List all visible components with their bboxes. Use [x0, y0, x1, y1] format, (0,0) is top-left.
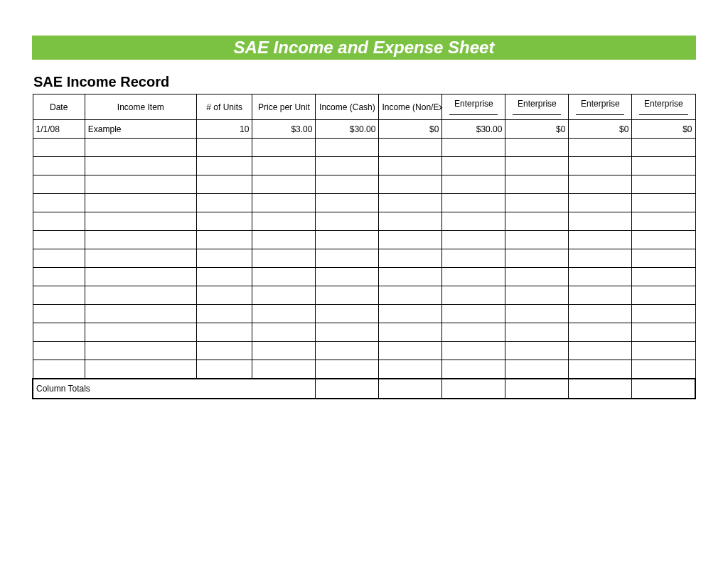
cell-units[interactable]	[196, 360, 252, 379]
cell-units[interactable]	[196, 194, 252, 212]
cell-enterprise3[interactable]	[569, 360, 632, 379]
cell-date[interactable]	[33, 194, 85, 212]
cell-income_item[interactable]	[85, 286, 196, 305]
cell-date[interactable]	[33, 231, 85, 249]
cell-enterprise3[interactable]	[569, 175, 632, 194]
cell-enterprise4[interactable]	[632, 360, 695, 379]
cell-income_item[interactable]	[85, 194, 196, 212]
cell-enterprise3[interactable]	[569, 342, 632, 360]
cell-income_cash[interactable]	[316, 139, 379, 157]
cell-enterprise4[interactable]	[632, 212, 695, 231]
cell-units[interactable]	[196, 139, 252, 157]
cell-price_per_unit[interactable]	[252, 323, 316, 342]
cell-price_per_unit[interactable]	[252, 360, 316, 379]
cell-income_nonexc[interactable]	[379, 342, 442, 360]
cell-enterprise4[interactable]	[632, 139, 695, 157]
cell-price_per_unit[interactable]	[252, 139, 316, 157]
cell-income_item[interactable]	[85, 323, 196, 342]
cell-income_nonexc[interactable]	[379, 268, 442, 286]
cell-enterprise1[interactable]	[442, 175, 505, 194]
cell-income_nonexc[interactable]	[379, 305, 442, 323]
cell-income_nonexc[interactable]	[379, 212, 442, 231]
cell-income_cash[interactable]	[316, 157, 379, 175]
cell-enterprise1[interactable]	[442, 231, 505, 249]
cell-enterprise1[interactable]	[442, 286, 505, 305]
cell-units[interactable]: 10	[196, 120, 252, 139]
cell-income_item[interactable]	[85, 360, 196, 379]
cell-price_per_unit[interactable]	[252, 305, 316, 323]
cell-price_per_unit[interactable]	[252, 249, 316, 268]
cell-income_nonexc[interactable]	[379, 157, 442, 175]
cell-date[interactable]	[33, 342, 85, 360]
cell-enterprise4[interactable]	[632, 286, 695, 305]
cell-date[interactable]	[33, 212, 85, 231]
cell-income_nonexc[interactable]	[379, 194, 442, 212]
cell-income_nonexc[interactable]	[379, 286, 442, 305]
cell-enterprise2[interactable]	[505, 231, 569, 249]
cell-income_cash[interactable]	[316, 212, 379, 231]
cell-enterprise1[interactable]	[442, 249, 505, 268]
cell-income_cash[interactable]	[316, 268, 379, 286]
cell-units[interactable]	[196, 305, 252, 323]
cell-enterprise4[interactable]	[632, 342, 695, 360]
cell-enterprise2[interactable]	[505, 139, 569, 157]
cell-date[interactable]	[33, 249, 85, 268]
cell-income_cash[interactable]	[316, 342, 379, 360]
cell-income_item[interactable]	[85, 139, 196, 157]
cell-enterprise1[interactable]	[442, 268, 505, 286]
cell-income_cash[interactable]	[316, 194, 379, 212]
cell-enterprise2[interactable]	[505, 286, 569, 305]
cell-enterprise1[interactable]: $30.00	[442, 120, 505, 139]
cell-units[interactable]	[196, 286, 252, 305]
cell-income_item[interactable]	[85, 268, 196, 286]
cell-income_cash[interactable]	[316, 360, 379, 379]
cell-enterprise2[interactable]	[505, 268, 569, 286]
cell-enterprise4[interactable]	[632, 175, 695, 194]
cell-enterprise3[interactable]	[569, 323, 632, 342]
cell-date[interactable]	[33, 360, 85, 379]
cell-enterprise2[interactable]	[505, 194, 569, 212]
cell-units[interactable]	[196, 323, 252, 342]
cell-income_item[interactable]	[85, 175, 196, 194]
cell-enterprise2[interactable]	[505, 360, 569, 379]
cell-units[interactable]	[196, 342, 252, 360]
cell-enterprise2[interactable]: $0	[505, 120, 569, 139]
cell-price_per_unit[interactable]	[252, 268, 316, 286]
cell-enterprise4[interactable]	[632, 305, 695, 323]
cell-enterprise2[interactable]	[505, 249, 569, 268]
cell-income_item[interactable]	[85, 157, 196, 175]
cell-date[interactable]	[33, 268, 85, 286]
cell-enterprise3[interactable]	[569, 231, 632, 249]
cell-date[interactable]	[33, 305, 85, 323]
cell-enterprise1[interactable]	[442, 342, 505, 360]
cell-date[interactable]: 1/1/08	[33, 120, 85, 139]
cell-price_per_unit[interactable]	[252, 157, 316, 175]
cell-income_nonexc[interactable]	[379, 249, 442, 268]
cell-units[interactable]	[196, 175, 252, 194]
cell-enterprise3[interactable]	[569, 139, 632, 157]
cell-date[interactable]	[33, 157, 85, 175]
cell-enterprise1[interactable]	[442, 360, 505, 379]
cell-enterprise4[interactable]	[632, 231, 695, 249]
cell-units[interactable]	[196, 212, 252, 231]
cell-price_per_unit[interactable]: $3.00	[252, 120, 316, 139]
cell-price_per_unit[interactable]	[252, 175, 316, 194]
cell-units[interactable]	[196, 157, 252, 175]
cell-price_per_unit[interactable]	[252, 231, 316, 249]
cell-income_nonexc[interactable]	[379, 360, 442, 379]
cell-income_item[interactable]	[85, 249, 196, 268]
cell-enterprise3[interactable]	[569, 157, 632, 175]
cell-enterprise1[interactable]	[442, 305, 505, 323]
cell-enterprise1[interactable]	[442, 212, 505, 231]
cell-income_cash[interactable]: $30.00	[316, 120, 379, 139]
cell-enterprise4[interactable]	[632, 268, 695, 286]
cell-income_item[interactable]	[85, 342, 196, 360]
cell-units[interactable]	[196, 231, 252, 249]
cell-income_cash[interactable]	[316, 286, 379, 305]
cell-date[interactable]	[33, 286, 85, 305]
cell-enterprise3[interactable]	[569, 305, 632, 323]
cell-income_item[interactable]	[85, 231, 196, 249]
cell-units[interactable]	[196, 268, 252, 286]
cell-enterprise2[interactable]	[505, 323, 569, 342]
cell-income_cash[interactable]	[316, 323, 379, 342]
